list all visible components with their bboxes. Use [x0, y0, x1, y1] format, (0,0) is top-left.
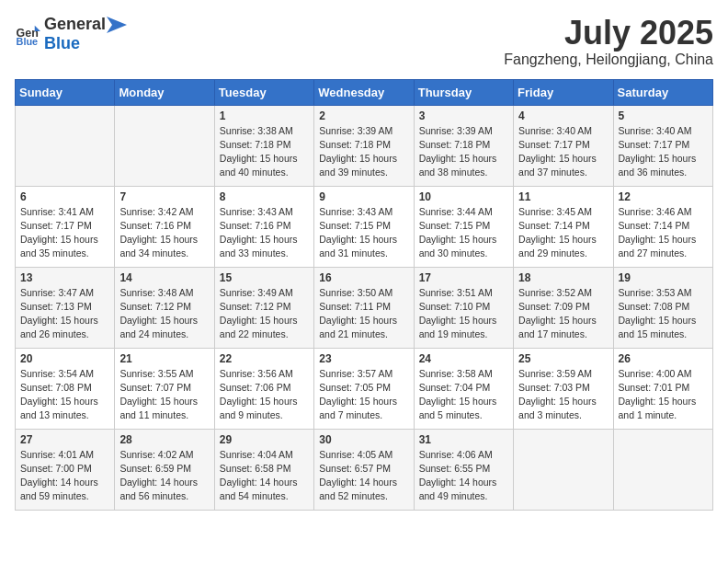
- day-number: 16: [319, 271, 408, 284]
- cell-detail: Daylight: 15 hours and 17 minutes.: [518, 314, 608, 341]
- calendar-cell: 18Sunrise: 3:52 AMSunset: 7:09 PMDayligh…: [514, 267, 613, 348]
- day-number: 31: [419, 433, 508, 446]
- calendar-cell: 4Sunrise: 3:40 AMSunset: 7:17 PMDaylight…: [514, 105, 613, 186]
- calendar-week-row: 13Sunrise: 3:47 AMSunset: 7:13 PMDayligh…: [16, 267, 713, 348]
- cell-detail: Daylight: 15 hours and 30 minutes.: [419, 233, 508, 260]
- cell-detail: Sunset: 7:01 PM: [619, 381, 708, 395]
- calendar-cell: 28Sunrise: 4:02 AMSunset: 6:59 PMDayligh…: [115, 429, 214, 510]
- calendar-cell: [115, 105, 214, 186]
- cell-detail: Sunset: 7:08 PM: [20, 381, 109, 395]
- calendar-cell: 31Sunrise: 4:06 AMSunset: 6:55 PMDayligh…: [414, 429, 513, 510]
- cell-detail: Sunrise: 3:50 AM: [319, 286, 408, 300]
- cell-detail: Daylight: 15 hours and 7 minutes.: [319, 395, 408, 422]
- header-sunday: Sunday: [16, 79, 115, 105]
- day-number: 27: [20, 433, 109, 446]
- calendar-cell: 27Sunrise: 4:01 AMSunset: 7:00 PMDayligh…: [16, 429, 115, 510]
- day-number: 28: [119, 433, 209, 446]
- cell-detail: Sunrise: 3:44 AM: [419, 205, 508, 219]
- day-number: 25: [518, 352, 608, 365]
- cell-detail: Sunrise: 3:39 AM: [419, 124, 508, 138]
- cell-detail: Daylight: 15 hours and 31 minutes.: [319, 233, 408, 260]
- day-number: 15: [220, 271, 309, 284]
- calendar-cell: 17Sunrise: 3:51 AMSunset: 7:10 PMDayligh…: [414, 267, 513, 348]
- calendar-cell: 30Sunrise: 4:05 AMSunset: 6:57 PMDayligh…: [314, 429, 414, 510]
- calendar-cell: 5Sunrise: 3:40 AMSunset: 7:17 PMDaylight…: [613, 105, 712, 186]
- calendar-cell: 26Sunrise: 4:00 AMSunset: 7:01 PMDayligh…: [613, 348, 712, 429]
- cell-detail: Sunset: 7:09 PM: [518, 300, 608, 314]
- cell-detail: Sunrise: 3:40 AM: [619, 124, 708, 138]
- cell-detail: Daylight: 15 hours and 13 minutes.: [20, 395, 109, 422]
- cell-detail: Sunset: 7:18 PM: [319, 138, 408, 152]
- day-number: 3: [419, 109, 508, 122]
- day-number: 10: [419, 190, 508, 203]
- header-thursday: Thursday: [414, 79, 513, 105]
- calendar-table: SundayMondayTuesdayWednesdayThursdayFrid…: [15, 79, 713, 511]
- calendar-cell: 15Sunrise: 3:49 AMSunset: 7:12 PMDayligh…: [214, 267, 313, 348]
- day-number: 29: [220, 433, 309, 446]
- cell-detail: Sunrise: 3:49 AM: [220, 286, 309, 300]
- calendar-cell: 6Sunrise: 3:41 AMSunset: 7:17 PMDaylight…: [16, 186, 115, 267]
- day-number: 21: [119, 352, 209, 365]
- day-number: 7: [119, 190, 209, 203]
- cell-detail: Sunrise: 3:43 AM: [220, 205, 309, 219]
- day-number: 22: [220, 352, 309, 365]
- day-number: 8: [220, 190, 309, 203]
- calendar-cell: 7Sunrise: 3:42 AMSunset: 7:16 PMDaylight…: [115, 186, 214, 267]
- calendar-cell: 2Sunrise: 3:39 AMSunset: 7:18 PMDaylight…: [314, 105, 414, 186]
- calendar-cell: 23Sunrise: 3:57 AMSunset: 7:05 PMDayligh…: [314, 348, 414, 429]
- day-number: 1: [220, 109, 309, 122]
- calendar-cell: 12Sunrise: 3:46 AMSunset: 7:14 PMDayligh…: [613, 186, 712, 267]
- cell-detail: Sunset: 7:15 PM: [419, 219, 508, 233]
- calendar-cell: 10Sunrise: 3:44 AMSunset: 7:15 PMDayligh…: [414, 186, 513, 267]
- day-number: 5: [619, 109, 708, 122]
- cell-detail: Sunset: 7:03 PM: [518, 381, 608, 395]
- calendar-cell: 13Sunrise: 3:47 AMSunset: 7:13 PMDayligh…: [16, 267, 115, 348]
- cell-detail: Sunrise: 3:51 AM: [419, 286, 508, 300]
- cell-detail: Sunrise: 3:57 AM: [319, 367, 408, 381]
- logo-blue-text: Blue: [44, 34, 80, 52]
- cell-detail: Sunrise: 4:04 AM: [220, 448, 309, 462]
- header-tuesday: Tuesday: [214, 79, 313, 105]
- day-number: 9: [319, 190, 408, 203]
- calendar-cell: 24Sunrise: 3:58 AMSunset: 7:04 PMDayligh…: [414, 348, 513, 429]
- cell-detail: Sunset: 7:16 PM: [220, 219, 309, 233]
- cell-detail: Sunset: 7:00 PM: [20, 462, 109, 476]
- cell-detail: Daylight: 15 hours and 3 minutes.: [518, 395, 608, 422]
- cell-detail: Sunset: 7:14 PM: [518, 219, 608, 233]
- cell-detail: Daylight: 15 hours and 9 minutes.: [220, 395, 309, 422]
- cell-detail: Sunset: 7:18 PM: [419, 138, 508, 152]
- cell-detail: Daylight: 15 hours and 27 minutes.: [619, 233, 708, 260]
- cell-detail: Sunset: 7:10 PM: [419, 300, 508, 314]
- calendar-week-row: 27Sunrise: 4:01 AMSunset: 7:00 PMDayligh…: [16, 429, 713, 510]
- svg-text:Blue: Blue: [17, 36, 39, 47]
- cell-detail: Sunset: 6:57 PM: [319, 462, 408, 476]
- day-number: 24: [419, 352, 508, 365]
- cell-detail: Sunrise: 4:00 AM: [619, 367, 708, 381]
- calendar-week-row: 1Sunrise: 3:38 AMSunset: 7:18 PMDaylight…: [16, 105, 713, 186]
- cell-detail: Sunset: 7:14 PM: [619, 219, 708, 233]
- cell-detail: Sunset: 7:05 PM: [319, 381, 408, 395]
- calendar-cell: 22Sunrise: 3:56 AMSunset: 7:06 PMDayligh…: [214, 348, 313, 429]
- cell-detail: Sunset: 7:08 PM: [619, 300, 708, 314]
- header-monday: Monday: [115, 79, 214, 105]
- cell-detail: Sunrise: 4:01 AM: [20, 448, 109, 462]
- cell-detail: Sunset: 7:06 PM: [220, 381, 309, 395]
- cell-detail: Sunrise: 3:54 AM: [20, 367, 109, 381]
- day-number: 18: [518, 271, 608, 284]
- cell-detail: Daylight: 15 hours and 39 minutes.: [319, 152, 408, 179]
- calendar-week-row: 20Sunrise: 3:54 AMSunset: 7:08 PMDayligh…: [16, 348, 713, 429]
- logo-arrow-icon: [107, 17, 127, 33]
- cell-detail: Sunrise: 3:40 AM: [518, 124, 608, 138]
- cell-detail: Daylight: 15 hours and 22 minutes.: [220, 314, 309, 341]
- cell-detail: Daylight: 15 hours and 40 minutes.: [220, 152, 309, 179]
- cell-detail: Daylight: 15 hours and 36 minutes.: [619, 152, 708, 179]
- cell-detail: Sunrise: 4:02 AM: [119, 448, 209, 462]
- cell-detail: Sunrise: 3:56 AM: [220, 367, 309, 381]
- cell-detail: Sunrise: 3:48 AM: [119, 286, 209, 300]
- location-subtitle: Fangzheng, Heilongjiang, China: [504, 52, 713, 68]
- cell-detail: Daylight: 15 hours and 11 minutes.: [119, 395, 209, 422]
- cell-detail: Daylight: 15 hours and 21 minutes.: [319, 314, 408, 341]
- cell-detail: Daylight: 15 hours and 19 minutes.: [419, 314, 508, 341]
- cell-detail: Sunset: 7:15 PM: [319, 219, 408, 233]
- cell-detail: Sunset: 6:55 PM: [419, 462, 508, 476]
